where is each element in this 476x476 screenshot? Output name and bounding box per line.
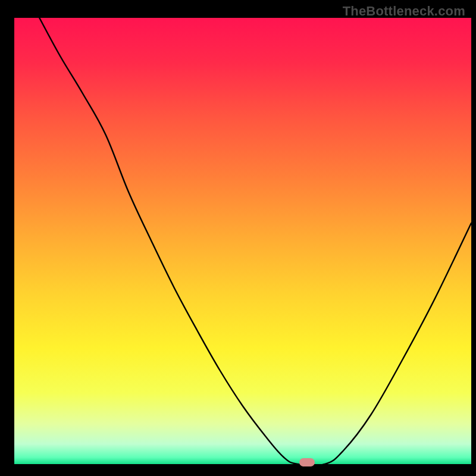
gradient-background — [14, 18, 471, 464]
watermark-text: TheBottleneck.com — [343, 4, 465, 19]
valley-marker — [299, 458, 315, 466]
plot-svg — [14, 18, 471, 464]
plot-area — [14, 18, 471, 464]
chart-frame: TheBottleneck.com — [0, 0, 476, 476]
